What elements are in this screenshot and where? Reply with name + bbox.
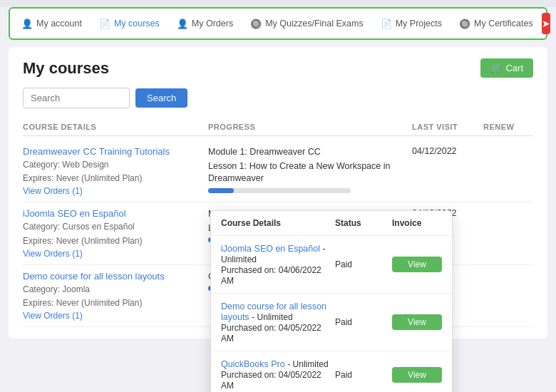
account-icon: 👤 xyxy=(21,19,33,29)
exit-button[interactable]: ➤ xyxy=(542,13,550,34)
orders-icon: 👤 xyxy=(177,19,188,29)
course-title-1[interactable]: iJoomla SEO en Español xyxy=(23,208,208,219)
progress-col-0: Module 1: Dreamweaver CC Lesson 1: How t… xyxy=(208,146,412,193)
popup-view-btn-1[interactable]: View xyxy=(392,314,442,330)
popup-course-suffix-1: - Unlimited xyxy=(252,312,292,322)
col-course-details: COURSE DETAILS xyxy=(23,123,208,131)
popup-overlay: Course Details Status Invoice iJoomla SE… xyxy=(210,210,453,392)
last-visit-0: 04/12/2022 xyxy=(412,146,483,156)
view-orders-1[interactable]: View Orders (1) xyxy=(23,249,83,259)
table-row: Dreamweaver CC Training Tutorials Catego… xyxy=(23,140,533,202)
nav-label-my-projects: My Projects xyxy=(396,19,442,29)
search-input[interactable] xyxy=(23,88,130,108)
course-meta-1: Category: Cursos en Español Expires: Nev… xyxy=(23,220,208,247)
popup-header: Course Details Status Invoice xyxy=(211,211,452,236)
progress-bar-fill-0 xyxy=(208,188,234,193)
popup-course-purchased-0: Purchased on: 04/06/2022 AM xyxy=(221,265,321,286)
popup-col-invoice: Invoice xyxy=(392,218,442,228)
popup-course-name-0[interactable]: iJoomla SEO en Español xyxy=(221,244,320,254)
popup-status-2: Paid xyxy=(335,370,392,380)
nav-label-my-orders: My Orders xyxy=(192,19,233,29)
popup-course-info-1: Demo course for all lesson layouts - Unl… xyxy=(221,301,335,344)
page-header: My courses 🛒 Cart xyxy=(23,58,533,78)
popup-course-name-2[interactable]: QuickBooks Pro xyxy=(221,359,285,369)
course-details-col-2: Demo course for all lesson layouts Categ… xyxy=(23,271,208,321)
nav-label-my-account: My account xyxy=(36,19,82,29)
popup-view-btn-2[interactable]: View xyxy=(392,367,442,383)
popup-status-0: Paid xyxy=(335,259,392,269)
nav-item-my-quizzes[interactable]: 🔘 My Quizzes/Final Exams xyxy=(242,14,372,33)
nav-item-my-certificates[interactable]: 🔘 My Certificates xyxy=(451,14,542,33)
popup-col-course-details: Course Details xyxy=(221,218,335,228)
col-last-visit: LAST VISIT xyxy=(412,123,483,131)
nav-item-my-orders[interactable]: 👤 My Orders xyxy=(168,14,242,33)
course-details-col-0: Dreamweaver CC Training Tutorials Catego… xyxy=(23,146,208,196)
list-item: iJoomla SEO en Español - Unlimited Purch… xyxy=(211,236,452,294)
main-container: 👤 My account 📄 My courses 👤 My Orders 🔘 … xyxy=(0,7,556,392)
popup-status-1: Paid xyxy=(335,317,392,327)
projects-icon: 📄 xyxy=(381,19,392,29)
page-title: My courses xyxy=(23,59,109,78)
quizzes-icon: 🔘 xyxy=(250,19,262,29)
nav-label-my-certificates: My Certificates xyxy=(474,19,533,29)
progress-module-0: Module 1: Dreamweaver CC xyxy=(208,146,412,159)
cart-icon: 🛒 xyxy=(490,63,502,73)
popup-course-purchased-1: Purchased on: 04/05/2022 AM xyxy=(221,323,321,344)
col-progress: PROGRESS xyxy=(208,123,412,131)
view-orders-0[interactable]: View Orders (1) xyxy=(23,186,83,196)
course-meta-2: Category: Joomla Expires: Never (Unlimit… xyxy=(23,283,208,310)
search-button[interactable]: Search xyxy=(135,88,187,108)
table-header: COURSE DETAILS PROGRESS LAST VISIT RENEW xyxy=(23,118,533,136)
list-item: QuickBooks Pro - Unlimited Purchased on:… xyxy=(211,351,452,392)
search-row: Search xyxy=(23,88,533,108)
course-meta-0: Category: Web Design Expires: Never (Unl… xyxy=(23,158,208,185)
progress-bar-track-0 xyxy=(208,188,351,193)
nav-label-my-courses: My courses xyxy=(114,19,160,29)
nav-item-my-courses[interactable]: 📄 My courses xyxy=(91,14,168,33)
cart-label: Cart xyxy=(505,63,523,73)
course-title-2[interactable]: Demo course for all lesson layouts xyxy=(23,271,208,282)
nav-item-my-account[interactable]: 👤 My account xyxy=(13,14,91,33)
cart-button[interactable]: 🛒 Cart xyxy=(480,58,533,78)
popup-course-suffix-2: - Unlimited xyxy=(287,359,328,369)
progress-lesson-0: Lesson 1: How to Create a New Workspace … xyxy=(208,160,412,185)
courses-icon: 📄 xyxy=(99,19,110,29)
popup-col-status: Status xyxy=(335,218,392,228)
nav-label-my-quizzes: My Quizzes/Final Exams xyxy=(265,19,364,29)
certificates-icon: 🔘 xyxy=(459,19,470,29)
course-title-0[interactable]: Dreamweaver CC Training Tutorials xyxy=(23,146,208,157)
view-orders-2[interactable]: View Orders (1) xyxy=(23,311,83,321)
popup-course-purchased-2: Purchased on: 04/05/2022 AM xyxy=(221,370,321,391)
course-details-col-1: iJoomla SEO en Español Category: Cursos … xyxy=(23,208,208,258)
top-nav: 👤 My account 📄 My courses 👤 My Orders 🔘 … xyxy=(9,7,547,40)
list-item: Demo course for all lesson layouts - Unl… xyxy=(211,294,452,351)
nav-item-my-projects[interactable]: 📄 My Projects xyxy=(372,14,451,33)
col-renew: RENEW xyxy=(483,123,533,131)
popup-course-info-0: iJoomla SEO en Español - Unlimited Purch… xyxy=(221,243,335,286)
popup-course-info-2: QuickBooks Pro - Unlimited Purchased on:… xyxy=(221,359,335,391)
popup-view-btn-0[interactable]: View xyxy=(392,257,442,272)
